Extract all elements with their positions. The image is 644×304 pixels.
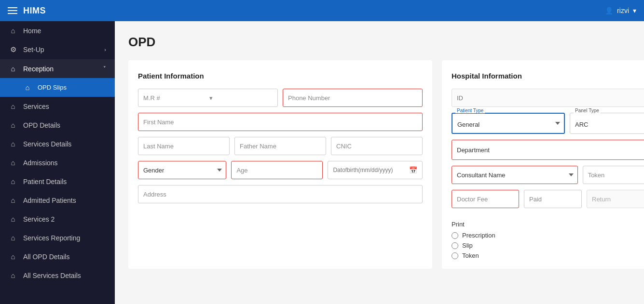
patient-type-label: Patient Type <box>455 108 485 113</box>
sidebar-item-services-details[interactable]: ⌂ Services Details <box>0 134 115 153</box>
app-title: HIMS <box>23 6 46 16</box>
patient-fields: M.R # ▾ <box>138 89 423 203</box>
radio-slip-label: Slip <box>462 242 473 249</box>
sidebar-label-admissions: Admissions <box>23 159 106 167</box>
sidebar-item-all-services-details[interactable]: ⌂ All Services Details <box>0 266 115 285</box>
fee-row <box>452 190 644 208</box>
sidebar-label-setup: Set-Up <box>23 46 98 53</box>
form-row: Patient Information M.R # ▾ <box>128 60 630 269</box>
services-details-icon: ⌂ <box>9 140 17 148</box>
hospital-fields: Patient Type General Private Panel Panel… <box>452 89 644 259</box>
radio-prescription-input[interactable] <box>452 232 458 239</box>
services2-icon: ⌂ <box>9 215 17 223</box>
page-title: OPD <box>128 35 630 50</box>
phone-number-input[interactable] <box>283 89 423 107</box>
sidebar-item-opd-details[interactable]: ⌂ OPD Details <box>0 116 115 134</box>
topbar: HIMS 👤 rizvi ▾ <box>0 0 644 21</box>
user-icon: 👤 <box>605 7 613 14</box>
gender-age-dob-row: Gender Male Female Other 📅 <box>138 161 423 179</box>
sidebar-label-admitted-patients: Admitted Patients <box>23 197 106 204</box>
return-input[interactable] <box>587 190 644 208</box>
admissions-icon: ⌂ <box>9 159 17 167</box>
print-radio-group: Prescription Slip Token <box>452 232 644 259</box>
sidebar-label-reception: Reception <box>23 65 97 73</box>
sidebar-item-patient-details[interactable]: ⌂ Patient Details <box>0 172 115 191</box>
sidebar-item-opd-slips[interactable]: ⌂ OPD Slips <box>0 78 115 97</box>
dob-input[interactable] <box>333 167 406 173</box>
mr-select-wrapper[interactable]: M.R # ▾ <box>138 89 278 107</box>
sidebar-label-opd-details: OPD Details <box>23 121 106 129</box>
doctor-fee-input[interactable] <box>452 190 519 208</box>
all-services-details-icon: ⌂ <box>9 271 17 279</box>
sidebar-label-services: Services <box>23 103 106 110</box>
department-select[interactable]: Department <box>452 140 644 160</box>
radio-prescription-label: Prescription <box>462 232 495 239</box>
reception-icon: ⌂ <box>9 65 17 73</box>
last-name-input[interactable] <box>138 137 230 155</box>
firstname-row <box>138 113 423 131</box>
sidebar-item-reception[interactable]: ⌂ Reception ˅ <box>0 59 115 78</box>
patient-details-icon: ⌂ <box>9 177 17 185</box>
consultant-token-row: Consultant Name <box>452 166 644 184</box>
hamburger-menu[interactable] <box>8 7 17 14</box>
address-row <box>138 185 423 203</box>
cnic-input[interactable] <box>331 137 423 155</box>
radio-token-input[interactable] <box>452 252 458 259</box>
sidebar-item-services[interactable]: ⌂ Services <box>0 97 115 116</box>
calendar-icon: 📅 <box>409 166 417 174</box>
sidebar-item-admitted-patients[interactable]: ⌂ Admitted Patients <box>0 191 115 210</box>
patient-type-wrapper: Patient Type General Private Panel <box>452 113 565 134</box>
sidebar-label-home: Home <box>23 27 106 35</box>
opd-slips-icon: ⌂ <box>23 83 32 92</box>
sidebar-item-services-reporting[interactable]: ⌂ Services Reporting <box>0 228 115 247</box>
user-chevron-icon: ▾ <box>633 7 636 14</box>
sidebar-label-services-details: Services Details <box>23 140 106 148</box>
id-row <box>452 89 644 107</box>
age-input[interactable] <box>231 161 323 179</box>
panel-type-select[interactable]: ARC Other <box>570 113 644 134</box>
dob-wrapper[interactable]: 📅 <box>328 161 423 179</box>
token-input[interactable] <box>583 166 644 184</box>
sidebar-item-admissions[interactable]: ⌂ Admissions <box>0 153 115 172</box>
first-name-input[interactable] <box>138 113 423 131</box>
all-opd-details-icon: ⌂ <box>9 252 17 261</box>
radio-slip-input[interactable] <box>452 242 458 249</box>
consultant-select[interactable]: Consultant Name <box>452 166 578 184</box>
reception-chevron-icon: ˅ <box>103 66 106 72</box>
panel-type-label: Panel Type <box>574 108 601 113</box>
main-content: OPD Patient Information M.R # ▾ <box>115 21 644 304</box>
sidebar: ⌂ Home ⚙ Set-Up › ⌂ Reception ˅ ⌂ OPD Sl… <box>0 21 115 304</box>
radio-prescription[interactable]: Prescription <box>452 232 644 239</box>
paid-input[interactable] <box>524 190 582 208</box>
department-row: Department <box>452 140 644 160</box>
father-name-input[interactable] <box>234 137 326 155</box>
radio-token-label: Token <box>462 252 479 259</box>
sidebar-item-home[interactable]: ⌂ Home <box>0 21 115 40</box>
id-input[interactable] <box>452 89 644 107</box>
sidebar-label-services2: Services 2 <box>23 215 106 223</box>
opd-details-icon: ⌂ <box>9 121 17 129</box>
mr-phone-row: M.R # ▾ <box>138 89 423 107</box>
radio-token[interactable]: Token <box>452 252 644 259</box>
radio-slip[interactable]: Slip <box>452 242 644 249</box>
address-input[interactable] <box>138 185 423 203</box>
hospital-info-section: Hospital Information Patient Type Genera… <box>442 60 644 269</box>
name-cnic-row <box>138 137 423 155</box>
admitted-patients-icon: ⌂ <box>9 196 17 204</box>
sidebar-label-services-reporting: Services Reporting <box>23 234 106 242</box>
panel-type-wrapper: Panel Type ARC Other <box>570 113 644 134</box>
setup-icon: ⚙ <box>9 45 17 54</box>
user-menu[interactable]: 👤 rizvi ▾ <box>605 7 636 14</box>
patient-type-select[interactable]: General Private Panel <box>452 113 565 134</box>
username: rizvi <box>617 7 629 14</box>
mr-chevron-icon: ▾ <box>209 94 273 102</box>
sidebar-item-all-opd-details[interactable]: ⌂ All OPD Details <box>0 247 115 266</box>
setup-chevron-icon: › <box>104 47 106 53</box>
mr-placeholder: M.R # <box>143 94 206 102</box>
print-label: Print <box>452 221 644 228</box>
gender-select[interactable]: Gender Male Female Other <box>138 161 226 179</box>
patient-section-title: Patient Information <box>138 72 423 80</box>
sidebar-item-setup[interactable]: ⚙ Set-Up › <box>0 40 115 59</box>
sidebar-item-services2[interactable]: ⌂ Services 2 <box>0 210 115 228</box>
services-reporting-icon: ⌂ <box>9 234 17 242</box>
